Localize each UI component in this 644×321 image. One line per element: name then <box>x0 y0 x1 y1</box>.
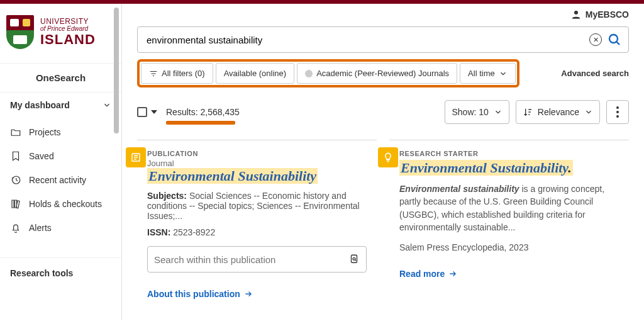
research-starter-card: RESEARCH STARTER Environmental Sustainab… <box>389 139 629 285</box>
search-within-input[interactable] <box>154 254 343 265</box>
chip-label: All filters (0) <box>162 69 205 78</box>
research-tools-section[interactable]: Research tools <box>0 257 121 288</box>
chip-label: Available (online) <box>224 69 287 78</box>
filter-icon <box>149 69 158 78</box>
sidebar-item-label: Projects <box>29 127 61 137</box>
more-actions-button[interactable] <box>606 100 629 124</box>
available-online-chip[interactable]: Available (online) <box>216 63 295 84</box>
search-icon[interactable] <box>607 32 622 47</box>
sidebar-item-label: Recent activity <box>29 175 86 185</box>
arrow-right-icon <box>448 269 457 278</box>
sidebar-item-projects[interactable]: Projects <box>0 120 121 144</box>
publication-icon <box>126 147 146 167</box>
sidebar-item-recent[interactable]: Recent activity <box>0 168 121 192</box>
arrow-right-icon <box>244 290 253 298</box>
sidebar-item-label: Alerts <box>29 223 52 233</box>
person-icon <box>570 9 582 20</box>
select-all-checkbox[interactable] <box>137 107 147 117</box>
svg-rect-4 <box>352 255 357 262</box>
clear-search-button[interactable]: ✕ <box>589 33 602 46</box>
about-publication-link[interactable]: About this publication <box>147 289 253 299</box>
document-search-icon[interactable] <box>348 254 360 265</box>
chip-label: Academic (Peer-Reviewed) Journals <box>316 69 449 78</box>
starter-source: Salem Press Encyclopedia, 2023 <box>399 242 619 252</box>
chevron-down-icon <box>499 69 508 78</box>
sidebar-item-label: Saved <box>29 151 54 161</box>
subjects-line: Subjects: Social Sciences -- Economic hi… <box>147 191 367 221</box>
main-content: MyEBSCO ✕ All filters (0) Available (onl… <box>122 4 644 320</box>
chip-label: All time <box>468 69 495 78</box>
starter-title-link[interactable]: Environmental Sustainability <box>399 160 573 176</box>
chevron-down-icon <box>584 108 593 116</box>
search-input[interactable] <box>147 35 584 45</box>
show-per-page-select[interactable]: Show: 10 <box>445 100 509 124</box>
chevron-down-icon <box>103 101 111 110</box>
bell-icon <box>10 222 21 234</box>
sidebar-item-holds[interactable]: Holds & checkouts <box>0 192 121 216</box>
select-label: Relevance <box>538 107 579 117</box>
highlight-underline <box>166 121 235 125</box>
read-more-link[interactable]: Read more <box>399 269 457 279</box>
dashboard-section-toggle[interactable]: My dashboard <box>0 92 121 118</box>
lightbulb-icon <box>378 147 398 167</box>
folder-icon <box>10 127 21 138</box>
advanced-search-link[interactable]: Advanced search <box>561 69 629 78</box>
sort-icon <box>523 107 533 117</box>
sidebar-item-label: Holds & checkouts <box>29 199 102 209</box>
chevron-down-icon <box>494 108 502 116</box>
sidebar-scrollbar[interactable] <box>114 8 120 247</box>
svg-point-2 <box>609 35 618 43</box>
select-all-dropdown[interactable] <box>151 110 157 114</box>
dashboard-label: My dashboard <box>10 100 70 110</box>
left-sidebar: UNIVERSITY of Prince Edward ISLAND OneSe… <box>0 4 122 320</box>
issn-line: ISSN: 2523-8922 <box>147 227 367 237</box>
filter-chips-highlight: All filters (0) Available (online) Acade… <box>137 59 519 87</box>
disabled-dot-icon <box>305 70 313 77</box>
publication-card: PUBLICATION Journal Environmental Sustai… <box>137 139 377 305</box>
shield-icon <box>6 15 34 49</box>
account-label: MyEBSCO <box>586 9 629 20</box>
history-icon <box>10 174 21 186</box>
account-menu[interactable]: MyEBSCO <box>570 9 629 20</box>
search-within-box <box>147 246 367 273</box>
brand-line1: UNIVERSITY <box>40 18 96 26</box>
bookmark-icon <box>10 150 21 162</box>
product-name: OneSearch <box>0 63 121 92</box>
card-type-tag: RESEARCH STARTER <box>399 150 619 157</box>
date-range-chip[interactable]: All time <box>460 63 516 84</box>
sidebar-item-saved[interactable]: Saved <box>0 144 121 168</box>
sort-select[interactable]: Relevance <box>516 100 600 124</box>
results-count: Results: 2,568,435 <box>166 107 240 117</box>
search-box: ✕ <box>137 26 629 53</box>
peer-reviewed-chip[interactable]: Academic (Peer-Reviewed) Journals <box>297 63 457 84</box>
sidebar-item-alerts[interactable]: Alerts <box>0 216 121 240</box>
brand-line3: ISLAND <box>40 32 96 47</box>
all-filters-chip[interactable]: All filters (0) <box>141 63 213 84</box>
publication-title-link[interactable]: Environmental Sustainability <box>147 168 318 184</box>
starter-description: Environmental sustainability is a growin… <box>399 183 619 234</box>
publication-type: Journal <box>147 159 367 168</box>
card-type-tag: PUBLICATION <box>147 150 367 157</box>
svg-point-5 <box>353 257 355 260</box>
select-label: Show: 10 <box>452 107 488 117</box>
svg-point-1 <box>574 11 578 14</box>
books-icon <box>10 198 21 210</box>
institution-logo: UNIVERSITY of Prince Edward ISLAND <box>0 4 121 63</box>
